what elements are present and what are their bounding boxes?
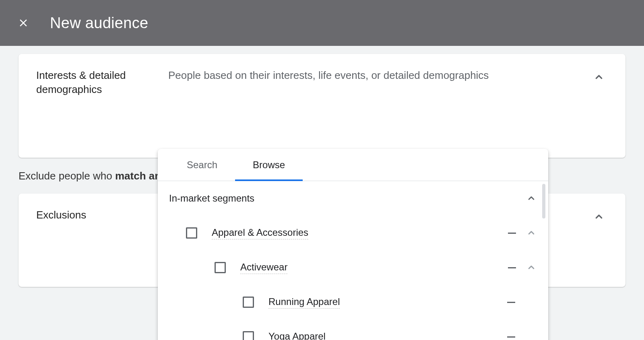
checkbox-activewear[interactable] xyxy=(215,262,226,273)
collapse-apparel[interactable] xyxy=(526,227,537,239)
collapse-activewear[interactable] xyxy=(526,262,537,273)
remove-yoga[interactable] xyxy=(507,336,515,338)
close-icon xyxy=(17,17,29,29)
interests-collapse-toggle[interactable] xyxy=(590,68,608,86)
scrollbar-thumb[interactable] xyxy=(542,184,545,218)
remove-running[interactable] xyxy=(507,302,515,303)
interests-card: Interests & detailed demographics People… xyxy=(19,54,625,158)
dialog-title: New audience xyxy=(50,14,148,32)
tree-item-yoga[interactable]: Yoga Apparel xyxy=(158,319,548,340)
tree-item-apparel[interactable]: Apparel & Accessories xyxy=(158,216,548,250)
tree-label-yoga[interactable]: Yoga Apparel xyxy=(268,331,326,340)
interests-section-description: People based on their interests, life ev… xyxy=(168,68,563,82)
remove-apparel[interactable] xyxy=(508,233,516,234)
picker-tabs: Search Browse xyxy=(158,149,548,181)
close-button[interactable] xyxy=(15,15,31,31)
tree-label-running[interactable]: Running Apparel xyxy=(268,296,340,309)
exclude-intro-prefix: Exclude people who xyxy=(19,170,115,182)
tree-item-running[interactable]: Running Apparel xyxy=(158,285,548,319)
content-area: Interests & detailed demographics People… xyxy=(0,46,644,287)
tree-item-activewear[interactable]: Activewear xyxy=(158,250,548,285)
interests-section-title: Interests & detailed demographics xyxy=(36,68,141,97)
exclude-intro-strong: match an xyxy=(115,170,161,182)
exclusions-section-title: Exclusions xyxy=(36,208,141,222)
chevron-up-icon xyxy=(526,262,537,273)
tree-category-row[interactable]: In-market segments xyxy=(158,181,548,216)
chevron-up-icon xyxy=(592,210,605,223)
segment-tree: In-market segments Apparel & Accessories xyxy=(158,181,548,340)
dialog-header: New audience xyxy=(0,0,644,46)
category-collapse-toggle[interactable] xyxy=(526,193,537,204)
checkbox-apparel[interactable] xyxy=(186,227,197,239)
tree-category-label: In-market segments xyxy=(169,193,254,204)
tab-browse[interactable]: Browse xyxy=(235,149,303,181)
tab-search[interactable]: Search xyxy=(169,149,235,181)
tree-label-activewear[interactable]: Activewear xyxy=(240,262,287,274)
interests-card-header: Interests & detailed demographics People… xyxy=(36,68,608,97)
checkbox-yoga[interactable] xyxy=(243,331,254,340)
chevron-up-icon xyxy=(526,227,537,239)
segment-picker-panel: Search Browse In-market segments Apparel… xyxy=(158,149,548,340)
checkbox-running[interactable] xyxy=(243,297,254,308)
tree-label-apparel[interactable]: Apparel & Accessories xyxy=(212,227,308,239)
exclusions-collapse-toggle[interactable] xyxy=(590,208,608,226)
remove-activewear[interactable] xyxy=(508,267,516,268)
chevron-up-icon xyxy=(592,71,605,84)
chevron-up-icon xyxy=(526,193,537,204)
